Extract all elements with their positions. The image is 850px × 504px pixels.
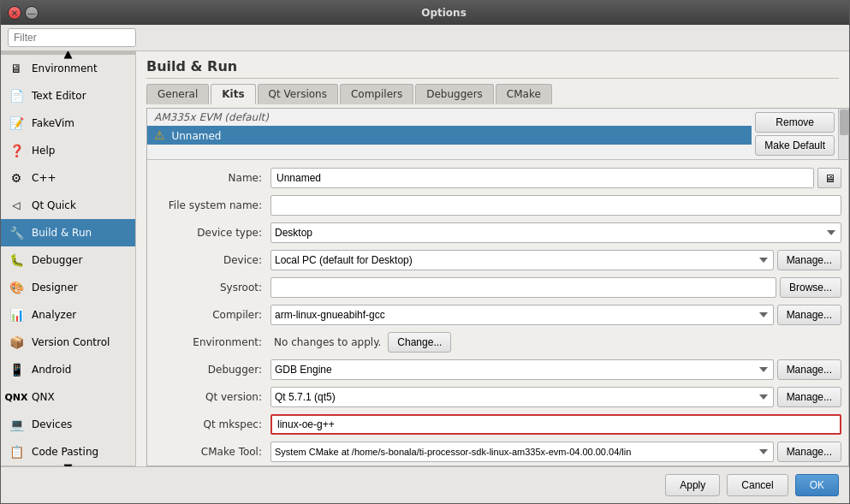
ok-button[interactable]: OK (795, 474, 839, 496)
window-title: Options (45, 7, 842, 19)
sidebar-item-analyzer[interactable]: 📊 Analyzer (1, 301, 135, 329)
form-area: Name: 🖥 File system name: (147, 160, 848, 465)
control-qt-version: Qt 5.7.1 (qt5) Manage... (270, 387, 841, 407)
sidebar-item-cpp[interactable]: ⚙ C++ (1, 164, 135, 192)
sidebar-item-fakevim[interactable]: 📝 FakeVim (1, 110, 135, 137)
close-button[interactable]: ✕ (8, 6, 21, 20)
designer-icon: 🎨 (8, 279, 25, 296)
label-device: Device: (151, 254, 270, 266)
browse-sysroot-button[interactable]: Browse... (780, 277, 841, 298)
label-debugger: Debugger: (151, 364, 270, 376)
tab-compilers[interactable]: Compilers (340, 84, 413, 104)
text-editor-icon: 📄 (8, 87, 25, 104)
debugger-icon: 🐛 (8, 252, 25, 269)
control-cmake-tool: System CMake at /home/s-bonala/ti-proces… (270, 442, 841, 462)
version-control-icon: 📦 (8, 334, 25, 351)
control-device-type: Desktop (270, 222, 841, 243)
monitor-icon[interactable]: 🖥 (817, 168, 841, 188)
label-sysroot: Sysroot: (151, 282, 270, 294)
select-cmake-tool[interactable]: System CMake at /home/s-bonala/ti-proces… (270, 442, 774, 462)
sidebar-label-fakevim: FakeVim (32, 117, 74, 129)
title-bar: ✕ — Options (1, 1, 849, 25)
select-qt-version[interactable]: Qt 5.7.1 (qt5) (270, 387, 774, 407)
sidebar-item-designer[interactable]: 🎨 Designer (1, 274, 135, 301)
environment-static: No changes to apply. (270, 336, 384, 348)
sidebar-item-help[interactable]: ❓ Help (1, 137, 135, 164)
input-filesystem[interactable] (270, 195, 841, 216)
control-filesystem (270, 195, 841, 216)
apply-button[interactable]: Apply (665, 474, 720, 496)
sidebar-label-designer: Designer (32, 282, 78, 294)
minimize-button[interactable]: — (25, 6, 39, 20)
control-device: Local PC (default for Desktop) Manage... (270, 250, 841, 270)
tab-cmake[interactable]: CMake (496, 84, 552, 104)
cpp-icon: ⚙ (8, 169, 25, 187)
input-sysroot[interactable] (270, 277, 776, 298)
form-row-sysroot: Sysroot: Browse... (151, 276, 841, 299)
tab-content-panel: AM335x EVM (default) ⚠ Unnamed Remove Ma… (146, 108, 849, 466)
devices-icon: 💻 (8, 416, 25, 433)
input-name[interactable] (270, 168, 814, 188)
kit-item-unnamed[interactable]: ⚠ Unnamed (147, 126, 752, 145)
sidebar-label-android: Android (32, 364, 71, 376)
control-compiler: arm-linux-gnueabihf-gcc Manage... (270, 305, 841, 325)
tab-kits[interactable]: Kits (211, 84, 255, 104)
sidebar: ▲ 🖥 Environment 📄 Text Editor 📝 FakeVim … (1, 51, 136, 466)
form-row-compiler: Compiler: arm-linux-gnueabihf-gcc Manage… (151, 304, 841, 326)
select-compiler[interactable]: arm-linux-gnueabihf-gcc (270, 305, 774, 325)
select-debugger[interactable]: GDB Engine (270, 359, 774, 380)
form-row-device: Device: Local PC (default for Desktop) M… (151, 249, 841, 271)
sidebar-item-debugger[interactable]: 🐛 Debugger (1, 246, 135, 274)
qt-quick-icon: ◁ (8, 197, 25, 214)
manage-device-button[interactable]: Manage... (777, 250, 841, 270)
kit-action-buttons: Remove Make Default (752, 109, 838, 159)
remove-button[interactable]: Remove (755, 112, 835, 133)
cancel-button[interactable]: Cancel (727, 474, 788, 496)
sidebar-item-android[interactable]: 📱 Android (1, 356, 135, 383)
sidebar-item-version-control[interactable]: 📦 Version Control (1, 329, 135, 356)
sidebar-item-qt-quick[interactable]: ◁ Qt Quick (1, 192, 135, 219)
manage-debugger-button[interactable]: Manage... (777, 359, 841, 380)
build-run-icon: 🔧 (8, 224, 25, 241)
sidebar-label-debugger: Debugger (32, 254, 82, 266)
kit-unnamed-label: Unnamed (171, 130, 221, 142)
tab-qt-versions[interactable]: Qt Versions (258, 84, 338, 104)
sidebar-item-devices[interactable]: 💻 Devices (1, 411, 135, 438)
code-pasting-icon: 📋 (8, 443, 25, 460)
select-device-type[interactable]: Desktop (270, 222, 841, 243)
tab-bar: General Kits Qt Versions Compilers Debug… (146, 84, 839, 104)
make-default-button[interactable]: Make Default (755, 135, 835, 156)
fakevim-icon: 📝 (8, 115, 25, 132)
change-environment-button[interactable]: Change... (388, 332, 451, 353)
label-environment: Environment: (151, 336, 270, 348)
sidebar-label-qnx: QNX (32, 391, 55, 403)
sidebar-item-build-run[interactable]: 🔧 Build & Run (1, 219, 135, 246)
label-cmake-tool: CMake Tool: (151, 446, 270, 458)
main-content: ▲ 🖥 Environment 📄 Text Editor 📝 FakeVim … (1, 51, 849, 466)
manage-qt-version-button[interactable]: Manage... (777, 387, 841, 407)
form-row-debugger: Debugger: GDB Engine Manage... (151, 359, 841, 381)
form-row-device-type: Device type: Desktop (151, 222, 841, 244)
manage-compiler-button[interactable]: Manage... (777, 305, 841, 325)
control-environment: No changes to apply. Change... (270, 332, 841, 353)
sidebar-label-environment: Environment (32, 62, 98, 74)
sidebar-label-build-run: Build & Run (32, 227, 92, 239)
kit-item-am335x[interactable]: AM335x EVM (default) (147, 109, 752, 126)
sidebar-item-text-editor[interactable]: 📄 Text Editor (1, 82, 135, 110)
sidebar-item-qnx[interactable]: QNX QNX (1, 383, 135, 411)
form-row-environment: Environment: No changes to apply. Change… (151, 331, 841, 353)
input-qt-mkspec[interactable] (270, 414, 841, 435)
sidebar-label-cpp: C++ (32, 172, 56, 184)
label-device-type: Device type: (151, 227, 270, 239)
filter-input[interactable] (8, 28, 136, 47)
tab-general[interactable]: General (146, 84, 209, 104)
form-row-qt-version: Qt version: Qt 5.7.1 (qt5) Manage... (151, 386, 841, 408)
kit-list-scroll-thumb (840, 110, 848, 135)
tab-debuggers[interactable]: Debuggers (415, 84, 494, 104)
analyzer-icon: 📊 (8, 306, 25, 323)
form-row-filesystem: File system name: (151, 194, 841, 216)
manage-cmake-tool-button[interactable]: Manage... (777, 442, 841, 462)
select-device[interactable]: Local PC (default for Desktop) (270, 250, 774, 270)
kit-list-scrollbar[interactable] (838, 109, 848, 159)
control-name: 🖥 (270, 168, 841, 188)
